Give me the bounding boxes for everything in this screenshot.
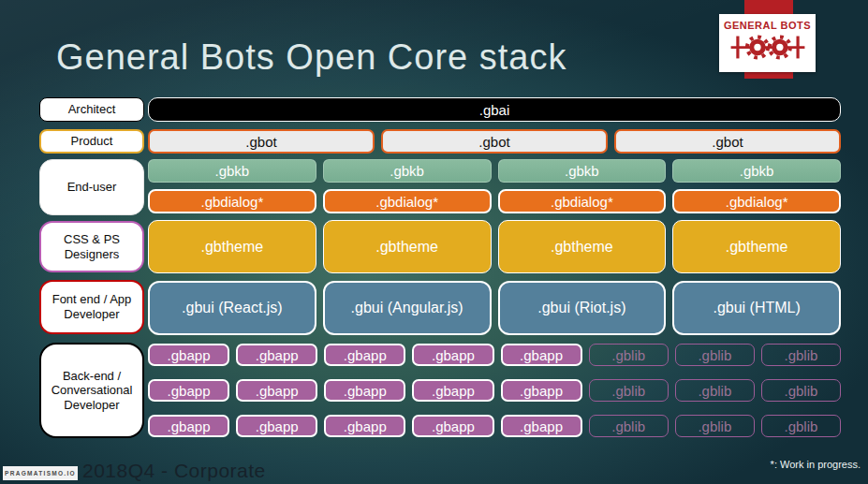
gblib-box: .gblib [761, 344, 841, 366]
gbot-box: .gbot [614, 129, 841, 154]
role-label-architect: Architect [39, 97, 144, 122]
gbapp-box: .gbapp [501, 379, 582, 402]
row-gbapp-gblib-1: .gbapp .gbapp .gbapp .gbapp .gbapp .gbli… [148, 344, 841, 366]
role-label-product: Product [39, 129, 144, 154]
row-gbai: .gbai [148, 97, 841, 122]
gbapp-box: .gbapp [148, 344, 229, 366]
footer-caption: 2018Q4 - Corporate [82, 460, 266, 482]
slide: General Bots Open Core stack GENERAL BOT… [0, 0, 868, 484]
gbui-html-box: .gbui (HTML) [672, 281, 841, 335]
gblib-box: .gblib [675, 379, 755, 402]
gbapp-box: .gbapp [324, 344, 405, 366]
row-gbtheme: .gbtheme .gbtheme .gbtheme .gbtheme [148, 220, 841, 273]
gbtheme-box: .gbtheme [148, 220, 316, 273]
gblib-box: .gblib [675, 344, 755, 366]
gears-icon [728, 32, 807, 66]
gblib-box: .gblib [675, 415, 755, 437]
page-title: General Bots Open Core stack [56, 37, 566, 78]
gbkb-box: .gbkb [148, 159, 316, 183]
gblib-box: .gblib [589, 344, 669, 366]
gbapp-box: .gbapp [236, 379, 317, 402]
gbtheme-box: .gbtheme [498, 220, 667, 273]
gbapp-box: .gbapp [412, 379, 493, 402]
gbapp-box: .gbapp [501, 344, 582, 366]
gbapp-box: .gbapp [236, 344, 317, 366]
gbapp-box: .gbapp [501, 415, 582, 437]
row-gbdialog: .gbdialog* .gbdialog* .gbdialog* .gbdial… [148, 189, 841, 213]
role-label-backend-conversational-developer: Back-end / Conversational Developer [39, 343, 144, 438]
gbtheme-box: .gbtheme [672, 220, 841, 273]
gblib-box: .gblib [761, 415, 841, 437]
gbtheme-box: .gbtheme [323, 220, 492, 273]
gbot-box: .gbot [148, 129, 375, 154]
gbui-react-box: .gbui (React.js) [148, 281, 316, 335]
gbapp-box: .gbapp [324, 379, 405, 402]
gbapp-box: .gbapp [412, 415, 493, 437]
gblib-box: .gblib [589, 379, 669, 402]
role-label-end-user: End-user [39, 159, 144, 215]
general-bots-logo: GENERAL BOTS [719, 14, 816, 72]
gbai-box: .gbai [148, 97, 841, 122]
gbdialog-box: .gbdialog* [323, 189, 492, 213]
gbapp-box: .gbapp [148, 415, 229, 437]
gbapp-box: .gbapp [324, 415, 405, 437]
gbkb-box: .gbkb [498, 159, 667, 183]
gbui-angular-box: .gbui (Angular.js) [323, 281, 492, 335]
pragmatismo-brand-badge: PRAGMATISMO.IO [3, 466, 78, 480]
role-label-css-ps-designers: CSS & PS Designers [39, 221, 144, 272]
gblib-box: .gblib [761, 379, 841, 402]
gbot-box: .gbot [381, 129, 608, 154]
row-gbui: .gbui (React.js) .gbui (Angular.js) .gbu… [148, 281, 841, 335]
row-gbot: .gbot .gbot .gbot [148, 129, 841, 154]
gblib-box: .gblib [589, 415, 669, 437]
row-gbkb: .gbkb .gbkb .gbkb .gbkb [148, 159, 841, 183]
gbdialog-box: .gbdialog* [498, 189, 667, 213]
row-gbapp-gblib-2: .gbapp .gbapp .gbapp .gbapp .gbapp .gbli… [148, 379, 841, 402]
gbkb-box: .gbkb [323, 159, 492, 183]
row-gbapp-gblib-3: .gbapp .gbapp .gbapp .gbapp .gbapp .gbli… [148, 415, 841, 437]
gbdialog-box: .gbdialog* [148, 189, 316, 213]
role-label-frontend-app-developer: Font end / App Developer [39, 280, 144, 334]
gbapp-box: .gbapp [148, 379, 229, 402]
work-in-progress-footnote: *: Work in progress. [771, 459, 861, 470]
logo-wordmark: GENERAL BOTS [724, 20, 811, 31]
gbdialog-box: .gbdialog* [672, 189, 841, 213]
gbkb-box: .gbkb [672, 159, 841, 183]
gbapp-box: .gbapp [236, 415, 317, 437]
gbapp-box: .gbapp [412, 344, 493, 366]
gbui-riot-box: .gbui (Riot.js) [498, 281, 667, 335]
